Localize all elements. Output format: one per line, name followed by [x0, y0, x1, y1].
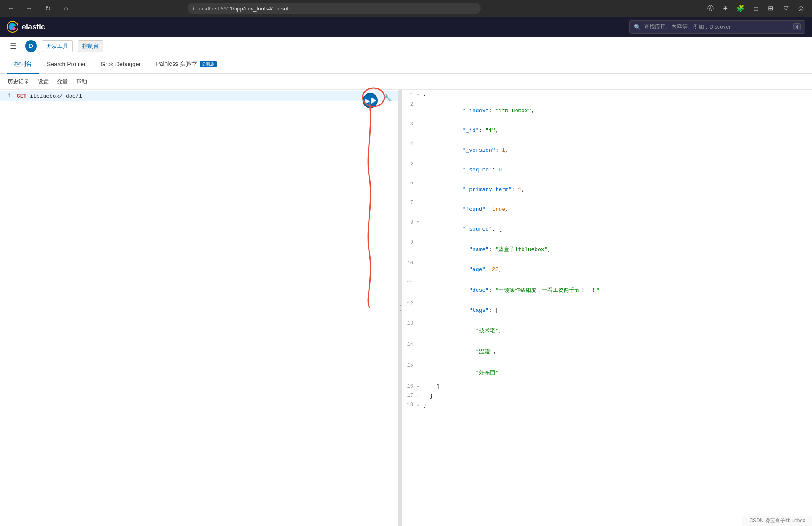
line-number-1: 1 [0, 93, 15, 99]
response-line-7: 7 "found": true, [402, 199, 812, 219]
home-button[interactable]: ⌂ [60, 3, 72, 14]
wrench-area: 🔧 [384, 94, 392, 102]
svg-point-3 [9, 23, 13, 30]
search-slash-badge: /| [793, 23, 801, 30]
panel-divider[interactable]: ⋮ [398, 90, 402, 526]
hamburger-button[interactable]: ☰ [7, 39, 20, 53]
browser-right-icons: Ⓐ ⊕ 🧩 □ ⊞ ▽ ◎ [705, 3, 807, 14]
rln-3: 3 [402, 120, 417, 127]
response-line-5: 5 "_seq_no": 0, [402, 160, 812, 179]
rlc-8: "_source": { [423, 219, 812, 238]
app-bar: ☰ D 开发工具 控制台 [0, 37, 812, 55]
history-button[interactable]: 历史记录 [7, 76, 30, 87]
rlc-11: "desc": "一顿操作猛如虎，一看工资两千五！！！", [423, 279, 812, 300]
rlc-10: "age": 23, [423, 259, 812, 279]
back-button[interactable]: ← [5, 3, 17, 14]
kibana-search-bar[interactable]: 🔍 查找应用、内容等。例如：Discover /| [629, 20, 805, 34]
rlf-16[interactable]: ▴ [417, 383, 423, 389]
rln-10: 10 [402, 259, 417, 266]
extensions-icon-btn[interactable]: 🧩 [735, 3, 747, 14]
footer-text: CSDN @蓝盒子itbluebox [749, 518, 805, 523]
response-line-2: 2 "_index": "itbluebox", [402, 101, 812, 120]
rlf-12[interactable]: ▾ [417, 300, 423, 306]
method-get: GET [17, 93, 26, 99]
rlc-9: "name": "蓝盒子itbluebox", [423, 238, 812, 259]
rln-5: 5 [402, 160, 417, 166]
refresh-button[interactable]: ↻ [42, 3, 54, 14]
menu-icon-btn[interactable]: ▽ [780, 3, 792, 14]
rln-14: 14 [402, 341, 417, 347]
search-placeholder-text: 查找应用、内容等。例如：Discover [644, 23, 731, 31]
wrench-icon[interactable]: 🔧 [384, 94, 392, 101]
rlf-4 [417, 140, 423, 141]
rln-4: 4 [402, 140, 417, 147]
rlf-2 [417, 101, 423, 101]
rlf-17[interactable]: ▴ [417, 392, 423, 398]
user-icon-btn[interactable]: □ [750, 3, 762, 14]
zoom-icon-btn[interactable]: ⊕ [720, 3, 732, 14]
settings-button[interactable]: 设置 [37, 76, 49, 87]
rlf-6 [417, 179, 423, 180]
response-line-17: 17 ▴ } [402, 392, 812, 401]
url-text: localhost:5601/app/dev_tools#/console [198, 5, 291, 12]
rlf-8[interactable]: ▾ [417, 219, 423, 225]
rln-7: 7 [402, 199, 417, 206]
rlc-5: "_seq_no": 0, [423, 160, 812, 179]
response-panel: 1 ▾ { 2 "_index": "itbluebox", 3 "_id": … [402, 90, 812, 526]
elastic-logo[interactable]: elastic [7, 21, 45, 33]
editor-line-1[interactable]: 1 GET itbluebox/_doc/1 [0, 91, 398, 101]
rlc-18: } [423, 401, 812, 408]
response-line-3: 3 "_id": "1", [402, 120, 812, 140]
run-btn-area: ▶ [363, 93, 378, 108]
rlf-1[interactable]: ▾ [417, 91, 423, 97]
rlc-13: "技术宅", [423, 320, 812, 341]
rln-8: 8 [402, 219, 417, 225]
rlc-6: "_primary_term": 1, [423, 179, 812, 199]
tab-grok-debugger[interactable]: Grok Debugger [93, 55, 149, 74]
response-content: 1 ▾ { 2 "_index": "itbluebox", 3 "_id": … [402, 90, 812, 526]
search-icon: 🔍 [634, 24, 641, 30]
rlf-10 [417, 259, 423, 260]
help-button[interactable]: 帮助 [75, 76, 88, 87]
rlf-13 [417, 320, 423, 321]
color-icon-btn[interactable]: ◎ [795, 3, 807, 14]
rlf-3 [417, 120, 423, 121]
play-icon: ▶ [365, 97, 370, 105]
rln-1: 1 [402, 91, 417, 98]
address-bar[interactable]: ℹ localhost:5601/app/dev_tools#/console [188, 3, 481, 14]
tab-search-profiler[interactable]: Search Profiler [39, 55, 93, 74]
rln-2: 2 [402, 101, 417, 107]
rlf-11 [417, 279, 423, 280]
variables-button[interactable]: 变量 [56, 76, 69, 87]
bookmark-icon-btn[interactable]: ⊞ [765, 3, 777, 14]
rlf-7 [417, 199, 423, 200]
rlf-14 [417, 341, 423, 342]
rlf-15 [417, 362, 423, 363]
rln-17: 17 [402, 392, 417, 399]
tab-painless[interactable]: Painless 实验室 公测版 [148, 55, 224, 74]
run-button[interactable]: ▶ [363, 93, 378, 108]
rlc-16: ] [423, 383, 812, 390]
breadcrumb-devtools[interactable]: 开发工具 [42, 40, 73, 52]
forward-button[interactable]: → [23, 3, 35, 14]
tab-console[interactable]: 控制台 [7, 55, 39, 74]
kibana-header: elastic 🔍 查找应用、内容等。例如：Discover /| [0, 17, 812, 37]
breadcrumb-console[interactable]: 控制台 [78, 40, 103, 52]
response-line-13: 13 "技术宅", [402, 320, 812, 341]
profile-icon-btn[interactable]: Ⓐ [705, 3, 717, 14]
response-line-16: 16 ▴ ] [402, 383, 812, 392]
rlc-2: "_index": "itbluebox", [423, 101, 812, 120]
response-line-18: 18 ▴ } [402, 401, 812, 410]
response-line-4: 4 "_version": 1, [402, 140, 812, 160]
response-line-15: 15 "好东西" [402, 362, 812, 383]
rlf-18[interactable]: ▴ [417, 401, 423, 407]
rlc-3: "_id": "1", [423, 120, 812, 140]
editor-content[interactable]: 1 GET itbluebox/_doc/1 [0, 90, 398, 526]
rln-18: 18 [402, 401, 417, 408]
rln-13: 13 [402, 320, 417, 326]
toolbar: 历史记录 设置 变量 帮助 [0, 74, 812, 90]
rlc-14: "温暖", [423, 341, 812, 362]
line-content-1[interactable]: GET itbluebox/_doc/1 [15, 93, 398, 99]
response-line-12: 12 ▾ "tags": [ [402, 300, 812, 320]
rlc-12: "tags": [ [423, 300, 812, 320]
